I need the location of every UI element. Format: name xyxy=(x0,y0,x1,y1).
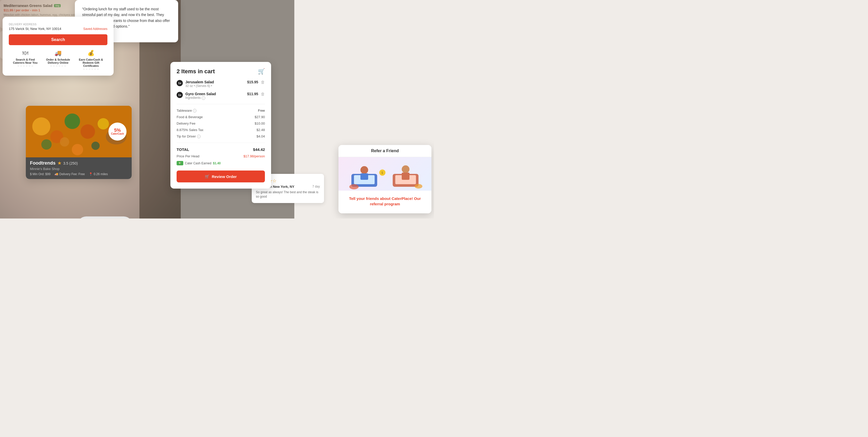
review-btn-label: Review Order xyxy=(212,174,237,179)
features-row: 🍽 Search & Find Caterers Near You 🚚 Orde… xyxy=(9,50,107,69)
item-qty-1: 1x xyxy=(177,80,183,86)
svg-point-4 xyxy=(32,117,50,135)
item-price-1: $15.95 xyxy=(247,80,258,84)
cart-item-2: 1x Gyro Green Salad Ingredients i $11.95… xyxy=(177,92,265,100)
svg-point-29 xyxy=(402,165,409,173)
cart-row-food: Food & Beverage $27.90 xyxy=(177,114,265,120)
min-order: $ Min Ord: $99 xyxy=(30,172,50,176)
info-icon-tip[interactable]: i xyxy=(197,135,200,138)
pph-value: $17.98/person xyxy=(244,154,265,158)
restaurant-meta: $ Min Ord: $99 🚚 Delivery Fee: Free 📍 0.… xyxy=(30,172,128,176)
delivery-label: Delivery ADDRESS xyxy=(9,23,107,26)
svg-rect-30 xyxy=(402,173,409,180)
cart-row-tax: 8.875% Sales Tax $2.48 xyxy=(177,127,265,133)
divider-3 xyxy=(83,69,99,69)
feature-order-label: Order & Schedule Delivery Online xyxy=(44,58,72,64)
item-price-2: $11.95 xyxy=(247,92,258,96)
svg-point-10 xyxy=(60,137,69,146)
svg-point-31 xyxy=(349,184,359,189)
item-name-1: Jerusalem Salad xyxy=(185,80,245,84)
divider xyxy=(18,66,33,66)
feature-order-schedule[interactable]: 🚚 Order & Schedule Delivery Online xyxy=(44,50,72,69)
saved-addresses-link[interactable]: Saved Addresses xyxy=(83,27,107,31)
total-value: $44.42 xyxy=(253,147,265,152)
divider-2 xyxy=(50,66,66,66)
cart-btn-icon: 🛒 xyxy=(205,174,210,179)
refer-illustration: $ xyxy=(339,157,431,191)
catercash-earned-label: Cater Cash Earned xyxy=(185,162,212,165)
search-find-icon: 🍽 xyxy=(23,50,28,57)
info-icon-tableware[interactable]: i xyxy=(193,109,196,112)
cart-divider-1 xyxy=(177,104,265,104)
search-button[interactable]: Search xyxy=(9,34,107,45)
svg-rect-24 xyxy=(361,173,368,180)
svg-point-9 xyxy=(41,139,52,149)
item-info-2: Gyro Green Salad Ingredients i xyxy=(185,92,245,100)
cash-icon: 💰 xyxy=(88,50,94,57)
svg-point-12 xyxy=(72,144,83,155)
search-card: Delivery ADDRESS 175 Varick St, New York… xyxy=(3,17,114,76)
restaurant-name: Foodtrends xyxy=(30,161,56,166)
refer-body: Tell your friends about CaterPlace! Our … xyxy=(339,191,431,213)
catercash-earned-value: $1.40 xyxy=(213,162,221,165)
catercash-pct: 5% xyxy=(114,128,121,133)
item-desc-2: Ingredients i xyxy=(185,96,245,100)
total-label: TOTAL xyxy=(177,147,189,152)
catercash-badge: 5% CaterCash xyxy=(108,123,126,141)
cart-header: 2 Items in cart 🛒 xyxy=(177,68,265,75)
address-input[interactable]: 175 Varick St, New York, NY 10014 xyxy=(9,27,61,31)
rating-text: 3.5 (250) xyxy=(63,161,78,165)
ally-badge: Ally Executive Administrator xyxy=(78,216,132,218)
foodtrends-image: 5% CaterCash xyxy=(26,106,132,157)
cart-row-pph: Price Per Head $17.98/person xyxy=(177,153,265,160)
star-icon: ★ xyxy=(58,161,61,166)
svg-point-23 xyxy=(361,166,368,174)
svg-point-8 xyxy=(98,118,109,130)
svg-text:$: $ xyxy=(381,171,383,175)
review-text: So great as always! The best and the ste… xyxy=(256,190,320,199)
delete-item-1-icon[interactable]: 🗑 xyxy=(261,80,265,85)
svg-point-6 xyxy=(65,113,80,129)
catercash-label: CaterCash xyxy=(111,133,124,135)
item-name-2: Gyro Green Salad xyxy=(185,92,245,96)
review-time: 7 day xyxy=(312,185,320,189)
item-qty-2: 1x xyxy=(177,92,183,98)
refer-card[interactable]: Refer a Friend $ xyxy=(339,145,431,213)
item-info-1: Jerusalem Salad 32 oz • (Serves 6) • xyxy=(185,80,245,88)
catercash-icon: 💵 xyxy=(177,161,183,165)
feature-catercash[interactable]: 💰 Earn CaterCash & Redeem Gift Certifica… xyxy=(77,50,105,69)
foodtrends-info: Foodtrends ★ 3.5 (250) Minnie's Bake Sho… xyxy=(26,157,132,179)
feature-search-find[interactable]: 🍽 Search & Find Caterers Near You xyxy=(11,50,39,69)
cart-icon[interactable]: 🛒 xyxy=(258,68,265,75)
cart-row-total: TOTAL $44.42 xyxy=(177,146,265,153)
svg-point-13 xyxy=(91,142,100,150)
svg-point-32 xyxy=(415,184,423,189)
delete-item-2-icon[interactable]: 🗑 xyxy=(261,92,265,97)
delivery-fee: 🚚 Delivery Fee: Free xyxy=(55,172,85,176)
svg-point-7 xyxy=(81,124,95,139)
foodtrends-card[interactable]: 5% CaterCash Foodtrends ★ 3.5 (250) Minn… xyxy=(26,106,132,179)
distance: 📍 0.26 miles xyxy=(89,172,108,176)
restaurant-subname: Minnie's Bake Shop xyxy=(30,167,128,171)
info-icon-ingredients[interactable]: i xyxy=(202,96,205,100)
review-order-button[interactable]: 🛒 Review Order xyxy=(177,170,265,182)
item-desc-1: 32 oz • (Serves 6) • xyxy=(185,84,245,88)
refer-header: Refer a Friend xyxy=(339,145,431,157)
cart-card: 2 Items in cart 🛒 1x Jerusalem Salad 32 … xyxy=(170,62,271,189)
delivery-icon: 🚚 xyxy=(55,50,61,57)
tableware-value: Free xyxy=(258,109,265,112)
cart-item-1: 1x Jerusalem Salad 32 oz • (Serves 6) • … xyxy=(177,80,265,88)
feature-search-label: Search & Find Caterers Near You xyxy=(11,58,39,64)
cart-row-tip: Tip for Driver i $4.04 xyxy=(177,133,265,140)
refer-cta-text: Tell your friends about CaterPlace! Our … xyxy=(344,193,426,209)
foodtrends-name: Foodtrends ★ 3.5 (250) xyxy=(30,161,128,166)
cart-title: 2 Items in cart xyxy=(177,68,215,75)
cart-row-delivery: Delivery Fee $10.00 xyxy=(177,120,265,127)
cart-row-tableware: Tableware i Free xyxy=(177,107,265,114)
feature-cash-label: Earn CaterCash & Redeem Gift Certificate… xyxy=(77,58,105,67)
catercash-earned-row: 💵 Cater Cash Earned $1.40 xyxy=(177,160,265,167)
